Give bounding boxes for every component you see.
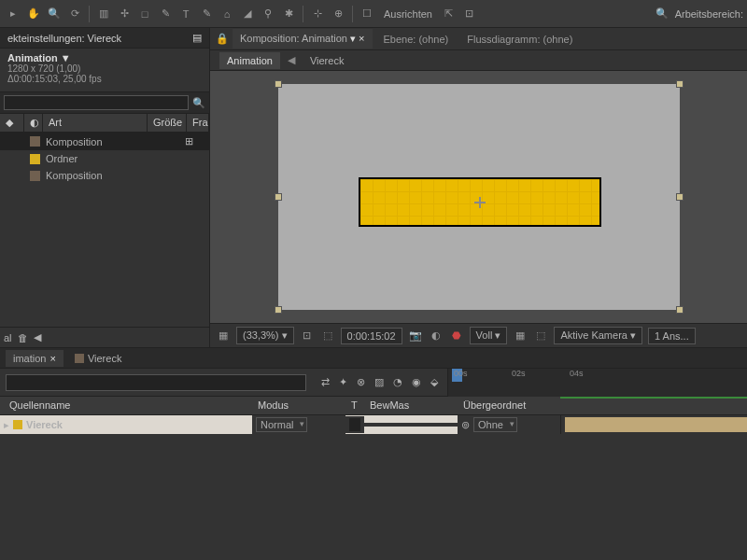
breadcrumb-item[interactable]: Animation — [219, 52, 280, 69]
col-type[interactable]: Art — [43, 114, 148, 132]
comp-info: Animation ▼ 1280 x 720 (1,00) Δ0:00:15:0… — [0, 49, 209, 88]
project-search-input[interactable] — [4, 95, 189, 110]
timeline-search-input[interactable] — [6, 374, 306, 391]
world-axis-icon[interactable]: ⊕ — [329, 5, 347, 23]
flowchart-icon[interactable]: ⊞ — [185, 135, 204, 147]
motion-blur-icon[interactable]: ▨ — [374, 376, 384, 388]
snapshot-icon[interactable]: 📷 — [408, 329, 423, 343]
col-mode[interactable]: Modus — [252, 397, 345, 414]
handle-ml[interactable] — [275, 193, 282, 201]
parent-dropdown[interactable]: Ohne — [473, 417, 517, 432]
anchor-point-icon[interactable] — [474, 197, 486, 208]
tab-layer[interactable]: Ebene: (ohne) — [376, 30, 457, 49]
3d-icon[interactable]: ⬚ — [533, 329, 548, 343]
search-icon[interactable]: 🔍 — [653, 5, 671, 23]
layer-track[interactable] — [560, 415, 747, 434]
separator — [89, 6, 90, 22]
resolution-icon[interactable]: ⊡ — [300, 329, 315, 343]
tab-composition[interactable]: Komposition: Animation ▾ × — [233, 29, 373, 49]
channel-icon[interactable]: ◐ — [429, 329, 444, 343]
track-matte-toggle[interactable] — [349, 418, 360, 431]
frame-blend-icon[interactable]: ⊗ — [357, 376, 365, 388]
col-bewmas[interactable]: BewMas — [364, 397, 458, 414]
resolution-dropdown[interactable]: Voll ▾ — [470, 327, 508, 344]
panel-tab-row: ekteinstellungen: Viereck ▤ — [0, 28, 209, 49]
brush-tool-icon[interactable]: ✎ — [197, 5, 216, 23]
hand-tool-icon[interactable]: ✋ — [24, 5, 43, 23]
draft3d-icon[interactable]: ✦ — [339, 376, 347, 388]
shape-rectangle[interactable] — [359, 177, 601, 227]
col-source[interactable]: Quellenname — [0, 397, 252, 414]
lock-icon[interactable]: 🔒 — [216, 33, 229, 45]
pan-behind-tool-icon[interactable]: ✢ — [115, 5, 134, 23]
canvas[interactable] — [278, 84, 680, 310]
timeline-tab[interactable]: imation × — [6, 350, 63, 367]
chevron-left-icon: ◀ — [288, 54, 295, 66]
comp-title[interactable]: Animation ▼ — [7, 52, 202, 63]
local-axis-icon[interactable]: ⊹ — [308, 5, 327, 23]
col-icon[interactable]: ◆ — [0, 114, 24, 132]
pen-tool-icon[interactable]: ✎ — [156, 5, 175, 23]
graph-editor-icon[interactable]: ◉ — [412, 376, 421, 388]
timeline-layer-row[interactable]: ▸ Viereck Normal ⊚ Ohne — [0, 415, 747, 434]
handle-tl[interactable] — [275, 80, 282, 88]
bpc-label[interactable]: al — [4, 332, 12, 343]
type-tool-icon[interactable]: T — [176, 5, 195, 23]
time-display[interactable]: 0:00:15:02 — [341, 328, 402, 344]
work-area-bar[interactable] — [560, 397, 747, 399]
handle-bl[interactable] — [275, 306, 282, 314]
search-icon[interactable]: 🔍 — [192, 97, 205, 109]
col-size[interactable]: Größe — [148, 114, 187, 132]
roto-tool-icon[interactable]: ⚲ — [259, 5, 277, 23]
handle-tr[interactable] — [676, 80, 684, 88]
composition-viewer[interactable] — [210, 71, 747, 323]
mode-dropdown[interactable]: Normal — [256, 417, 307, 432]
trash-icon[interactable]: 🗑 — [18, 332, 28, 343]
grid-icon[interactable]: ▦ — [216, 329, 231, 343]
zoom-dropdown[interactable]: (33,3%) ▾ — [236, 327, 294, 344]
checkbox-icon[interactable]: ☐ — [358, 5, 376, 23]
auto-keyframe-icon[interactable]: ⬙ — [430, 376, 438, 388]
handle-mr[interactable] — [676, 193, 684, 201]
ruler-tick: 04s — [570, 369, 584, 378]
time-ruler[interactable]: 00s 02s 04s — [447, 369, 747, 397]
mask-tool-icon[interactable]: □ — [135, 5, 154, 23]
panel-tab-title[interactable]: ekteinstellungen: Viereck — [7, 33, 121, 44]
rotate-tool-icon[interactable]: ⟳ — [65, 5, 84, 23]
clone-tool-icon[interactable]: ⌂ — [218, 5, 236, 23]
col-fra[interactable]: Fra — [187, 114, 209, 132]
project-item[interactable]: Ordner — [0, 150, 209, 167]
color-mgmt-icon[interactable]: ⬣ — [449, 329, 464, 343]
workspace-label: Arbeitsbereich: — [675, 8, 743, 20]
comp-mini-flow-icon[interactable]: ⇄ — [321, 376, 330, 388]
camera-dropdown[interactable]: Aktive Kamera ▾ — [554, 327, 642, 344]
zoom-tool-icon[interactable]: 🔍 — [45, 5, 63, 23]
breadcrumb-item[interactable]: Viereck — [303, 52, 351, 69]
snap-grid-icon[interactable]: ⊡ — [460, 5, 479, 23]
tab-flowchart[interactable]: Flussdiagramm: (ohne) — [459, 30, 580, 49]
brainstorm-icon[interactable]: ◔ — [393, 376, 402, 388]
col-parent[interactable]: Übergeordnet — [458, 397, 560, 414]
twirl-icon[interactable]: ▸ — [4, 419, 9, 431]
pickwhip-icon[interactable]: ⊚ — [461, 419, 470, 431]
snap-icon[interactable]: ⇱ — [440, 5, 458, 23]
col-label-icon[interactable]: ◐ — [24, 114, 43, 132]
transparency-icon[interactable]: ▦ — [513, 329, 528, 343]
col-t[interactable]: T — [345, 397, 364, 414]
handle-br[interactable] — [676, 306, 684, 314]
project-item[interactable]: Komposition — [0, 167, 209, 184]
eraser-tool-icon[interactable]: ◢ — [238, 5, 257, 23]
puppet-tool-icon[interactable]: ✱ — [279, 5, 298, 23]
selection-tool-icon[interactable]: ▸ — [4, 5, 22, 23]
project-columns: ◆ ◐ Art Größe Fra — [0, 114, 209, 133]
timeline-tab[interactable]: Viereck — [67, 350, 129, 367]
scroll-left-icon[interactable]: ◀ — [34, 331, 41, 343]
panel-menu-icon[interactable]: ▤ — [192, 32, 202, 44]
roi-icon[interactable]: ⬚ — [320, 329, 335, 343]
project-item[interactable]: Komposition ⊞ — [0, 133, 209, 150]
layer-clip[interactable] — [565, 417, 747, 432]
camera-tool-icon[interactable]: ▥ — [94, 5, 113, 23]
views-dropdown[interactable]: 1 Ans... — [648, 328, 696, 344]
layer-color-swatch[interactable] — [13, 420, 22, 429]
layer-name[interactable]: Viereck — [26, 419, 63, 430]
